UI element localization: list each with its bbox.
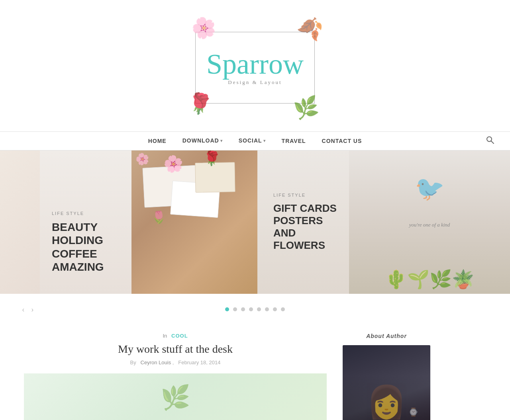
flower-decoration-3: 🌷	[151, 210, 166, 224]
author-image: 👩 ⌚	[343, 345, 430, 420]
slide-category-right: LIFE STYLE	[273, 193, 341, 197]
article-content: In COOL My work stuff at the desk By Cey…	[24, 333, 327, 420]
svg-point-0	[487, 137, 492, 142]
main-content-area: In COOL My work stuff at the desk By Cey…	[0, 325, 510, 420]
flower-decoration-2: 🌹	[202, 150, 221, 168]
main-navigation: HOME DOWNLOAD ▾ SOCIAL ▾ TRAVEL CONTACT …	[0, 132, 510, 150]
site-name: Sparrow	[206, 50, 304, 78]
chevron-down-icon: ▾	[220, 139, 223, 143]
logo-text: Sparrow Design & Layout	[206, 50, 304, 86]
nav-link-download[interactable]: DOWNLOAD ▾	[182, 137, 223, 144]
nav-link-social[interactable]: SOCIAL ▾	[239, 137, 266, 144]
in-label: In	[163, 333, 167, 339]
slider-prev-arrow[interactable]: ‹	[22, 305, 25, 314]
nav-item-social[interactable]: SOCIAL ▾	[239, 137, 266, 145]
nav-item-contact[interactable]: CONTACT US	[322, 137, 362, 145]
dot-4[interactable]	[249, 307, 253, 311]
dot-6[interactable]	[265, 307, 269, 311]
article-date: February 18, 2014	[178, 359, 220, 365]
slider-next-arrow[interactable]: ›	[31, 305, 34, 314]
search-icon[interactable]	[486, 136, 494, 146]
watch-detail: ⌚	[408, 407, 418, 417]
slider-left-bg	[0, 150, 40, 294]
sidebar: About Author 👩 ⌚	[327, 333, 430, 420]
about-author-heading: About Author	[343, 333, 430, 339]
by-label: By	[130, 359, 136, 365]
right-panel-caption: you're one of a kind	[409, 222, 450, 228]
slider-controls: ‹ ›	[0, 294, 510, 325]
article-title: My work stuff at the desk	[24, 343, 327, 356]
nav-item-travel[interactable]: TRAVEL	[282, 137, 306, 145]
nav-link-home[interactable]: HOME	[148, 138, 167, 144]
slider-center-image: 🌸 🌹 🌷 🌸	[131, 150, 257, 294]
flower-decoration-4: 🌸	[134, 151, 151, 167]
flower-decoration-1: 🌸	[162, 153, 184, 175]
date-separator: ,	[173, 359, 174, 365]
slider-dots	[225, 300, 285, 318]
slider-left-panel: LIFE STYLE BEAUTY HOLDING COFFEE AMAZING	[40, 150, 131, 294]
slider-far-right-panel: 🐦 you're one of a kind 🌵🌱🌿🪴	[349, 150, 510, 294]
floral-decoration-bottom-left: 🌹	[185, 90, 214, 117]
plant-decoration: 🌵🌱🌿🪴	[385, 269, 474, 290]
slider-right-panel: LIFE STYLE GIFT CARDS POSTERS AND FLOWER…	[257, 150, 349, 294]
nav-links: HOME DOWNLOAD ▾ SOCIAL ▾ TRAVEL CONTACT …	[148, 137, 362, 145]
nav-link-contact[interactable]: CONTACT US	[322, 138, 362, 144]
article-author-link[interactable]: Ceyron Louis	[141, 359, 171, 365]
chevron-down-icon: ▾	[263, 139, 266, 143]
dot-7[interactable]	[273, 307, 277, 311]
article-meta: In COOL	[24, 333, 327, 339]
dot-5[interactable]	[257, 307, 261, 311]
nav-item-home[interactable]: HOME	[148, 137, 167, 145]
article-image: 🌿	[24, 373, 327, 420]
author-silhouette: 👩	[367, 383, 406, 420]
dot-8[interactable]	[281, 307, 285, 311]
nav-item-download[interactable]: DOWNLOAD ▾	[182, 137, 223, 145]
article-byline: By Ceyron Louis , February 18, 2014	[24, 359, 327, 365]
logo-container[interactable]: 🌸 🍂 🌹 🌿 Sparrow Design & Layout	[179, 12, 331, 123]
dot-3[interactable]	[241, 307, 245, 311]
bird-illustration: 🐦	[415, 174, 445, 203]
site-subtitle: Design & Layout	[228, 79, 282, 85]
nav-link-travel[interactable]: TRAVEL	[282, 138, 306, 144]
article-category-link[interactable]: COOL	[171, 333, 188, 339]
article-image-placeholder-icon: 🌿	[161, 383, 190, 412]
dot-1[interactable]	[225, 307, 229, 311]
site-header: 🌸 🍂 🌹 🌿 Sparrow Design & Layout	[0, 0, 510, 132]
slide-title-left: BEAUTY HOLDING COFFEE AMAZING	[52, 221, 124, 274]
floral-decoration-bottom-right: 🌿	[292, 94, 320, 121]
svg-line-1	[491, 141, 494, 144]
slide-title-right: GIFT CARDS POSTERS AND FLOWERS	[273, 202, 341, 252]
dot-2[interactable]	[233, 307, 237, 311]
hero-slider: LIFE STYLE BEAUTY HOLDING COFFEE AMAZING…	[0, 150, 510, 294]
slide-category-left: LIFE STYLE	[52, 211, 124, 216]
